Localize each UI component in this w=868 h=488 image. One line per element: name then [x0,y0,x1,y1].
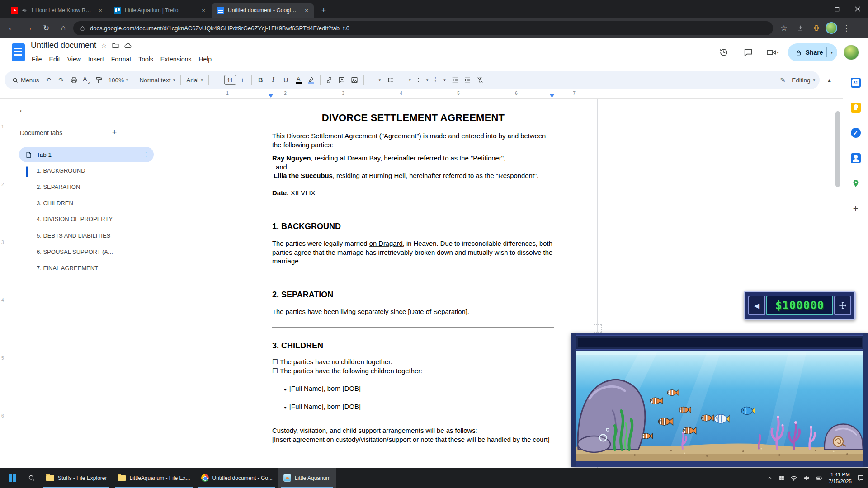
download-icon[interactable] [793,21,807,35]
money-move-button[interactable] [834,296,851,315]
clear-formatting-icon[interactable] [474,74,486,86]
close-button[interactable] [847,0,868,18]
cloud-status-icon[interactable] [124,42,132,50]
numbered-list-select[interactable]: 12 ▾ [431,74,448,86]
google-docs-logo[interactable] [12,43,25,61]
scrollbar-thumb[interactable] [835,111,840,187]
video-call-icon[interactable]: ▾ [764,43,782,61]
bullet-list-select[interactable]: ▾ [414,74,431,86]
hide-menus-icon[interactable]: ▴ [823,74,835,86]
menu-insert[interactable]: Insert [85,53,108,65]
redo-icon[interactable]: ↷ [55,74,67,86]
insert-link-icon[interactable] [323,74,335,86]
contacts-icon[interactable] [851,153,861,163]
taskbar-clock[interactable]: 1:41 PM 7/15/2025 [829,471,852,485]
line-spacing-icon[interactable] [384,74,396,86]
decrease-font-icon[interactable]: − [212,74,224,86]
battery-icon[interactable] [816,474,823,482]
horizontal-ruler[interactable]: 1 2 3 4 5 6 7 [0,89,843,99]
new-tab-button[interactable]: + [317,4,330,17]
italic-icon[interactable]: I [267,74,279,86]
money-widget[interactable]: ◀ $100000 [744,291,856,320]
share-caret-icon[interactable]: ▾ [830,50,833,55]
close-tabs-panel-icon[interactable]: ← [14,101,31,117]
start-button[interactable] [3,468,22,488]
paragraph-style-select[interactable]: Normal text ▾ [137,74,178,86]
increase-indent-icon[interactable] [462,74,474,86]
forward-icon[interactable]: → [22,21,36,35]
menu-help[interactable]: Help [195,53,215,65]
maps-icon[interactable] [850,178,861,189]
bookmark-star-icon[interactable]: ☆ [777,21,791,35]
right-indent-marker[interactable] [550,94,554,98]
tab-close-icon[interactable]: × [200,7,207,14]
taskbar-app-stuffs-explorer[interactable]: Stuffs - File Explorer [41,468,112,488]
tab-trello[interactable]: Little Aquarium | Trello × [108,3,211,18]
spellcheck-icon[interactable]: A ✓ [80,74,93,86]
taskbar-app-littleaquarium-explorer[interactable]: LittleAquarium - File Ex... [112,468,195,488]
notification-center-icon[interactable] [857,474,864,482]
outline-item-spousal[interactable]: 6. SPOUSAL SUPPORT (A... [37,249,150,255]
menus-search-button[interactable]: Menus [9,74,42,86]
home-icon[interactable]: ⌂ [56,21,71,35]
account-avatar[interactable] [844,45,859,60]
paint-format-icon[interactable] [93,74,105,86]
font-select[interactable]: Arial ▾ [184,74,206,86]
add-tab-icon[interactable]: + [108,127,120,138]
highlight-color-icon[interactable] [305,74,317,86]
menu-tools[interactable]: Tools [135,53,157,65]
volume-icon[interactable] [803,474,810,482]
money-prev-button[interactable]: ◀ [748,296,765,315]
outline-item-separation[interactable]: 2. SEPARATION [37,183,150,190]
document-page[interactable]: DIVORCE SETTLEMENT AGREEMENT This Divorc… [229,99,598,468]
aquarium-game-window[interactable] [571,333,868,467]
insert-image-icon[interactable] [349,74,361,86]
maximize-button[interactable] [826,0,847,18]
outline-item-children[interactable]: 3. CHILDREN [37,200,150,206]
tab1-item[interactable]: Tab 1 ⋮ [19,147,154,162]
browser-menu-icon[interactable]: ⋮ [839,21,854,35]
minimize-button[interactable] [806,0,826,18]
document-title[interactable]: Untitled document [31,41,96,50]
menu-format[interactable]: Format [108,53,135,65]
keep-icon[interactable] [851,103,861,113]
tab-close-icon[interactable]: × [303,7,310,14]
star-document-icon[interactable]: ☆ [101,42,107,50]
outline-item-background[interactable]: 1. BACKGROUND [37,167,150,174]
taskbar-search-icon[interactable] [22,468,41,488]
zoom-select[interactable]: 100% ▾ [106,74,131,86]
tab1-menu-icon[interactable]: ⋮ [143,151,150,158]
hidden-icons-chevron-icon[interactable] [767,475,773,481]
drag-handle[interactable] [594,324,602,333]
taskbar-app-chrome-docs[interactable]: Untitled document - Go... [196,468,278,488]
menu-edit[interactable]: Edit [46,53,64,65]
print-icon[interactable] [68,74,80,86]
decrease-indent-icon[interactable] [449,74,461,86]
version-history-icon[interactable] [715,43,733,61]
video-call-caret-icon[interactable]: ▾ [777,50,779,55]
extensions-icon[interactable] [809,21,824,35]
browser-profile-avatar[interactable] [826,22,837,34]
outline-item-debts[interactable]: 5. DEBTS AND LIABILITIES [37,232,150,239]
menu-file[interactable]: File [28,53,46,65]
side-panel-add-icon[interactable]: + [850,203,861,214]
tray-grid-icon[interactable] [778,475,785,481]
back-icon[interactable]: ← [5,21,19,35]
underline-icon[interactable]: U [280,74,292,86]
menu-extensions[interactable]: Extensions [157,53,195,65]
wifi-icon[interactable] [790,474,797,482]
bold-icon[interactable]: B [255,74,267,86]
undo-icon[interactable]: ↶ [42,74,55,86]
increase-font-icon[interactable]: + [236,74,249,86]
tab-google-docs[interactable]: Untitled document - Google Do × [212,3,314,18]
tab-close-icon[interactable]: × [97,7,104,14]
checklist-select[interactable]: ▾ [396,74,414,86]
calendar-icon[interactable]: 31 [851,78,861,88]
tab-youtube[interactable]: 1 Hour Let Me Know Remix × [5,3,108,18]
outline-item-division[interactable]: 4. DIVISION OF PROPERTY [37,216,150,222]
comments-icon[interactable] [739,43,757,61]
left-indent-marker[interactable] [269,94,273,98]
font-size-input[interactable]: 11 [224,75,236,85]
text-color-icon[interactable]: A [292,74,305,86]
menu-view[interactable]: View [64,53,85,65]
